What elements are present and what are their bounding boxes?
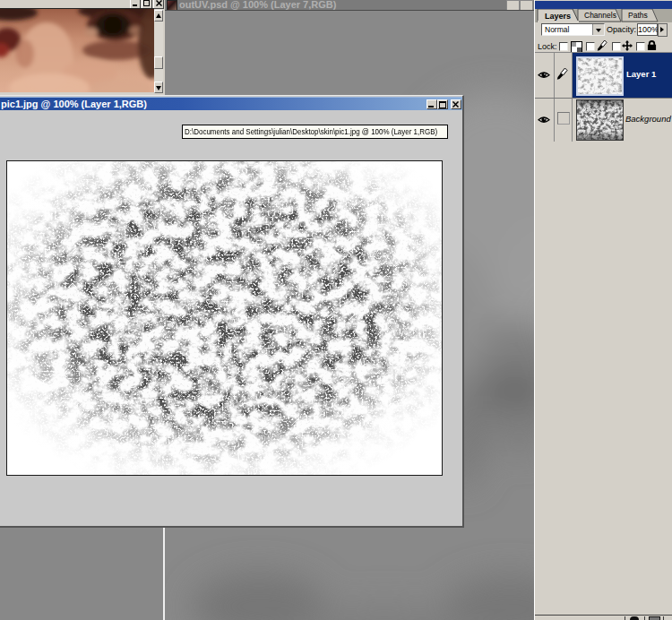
svg-text:Layers: Layers (545, 12, 571, 21)
svg-text:Channels: Channels (584, 11, 616, 20)
svg-text:Paths: Paths (628, 11, 648, 20)
